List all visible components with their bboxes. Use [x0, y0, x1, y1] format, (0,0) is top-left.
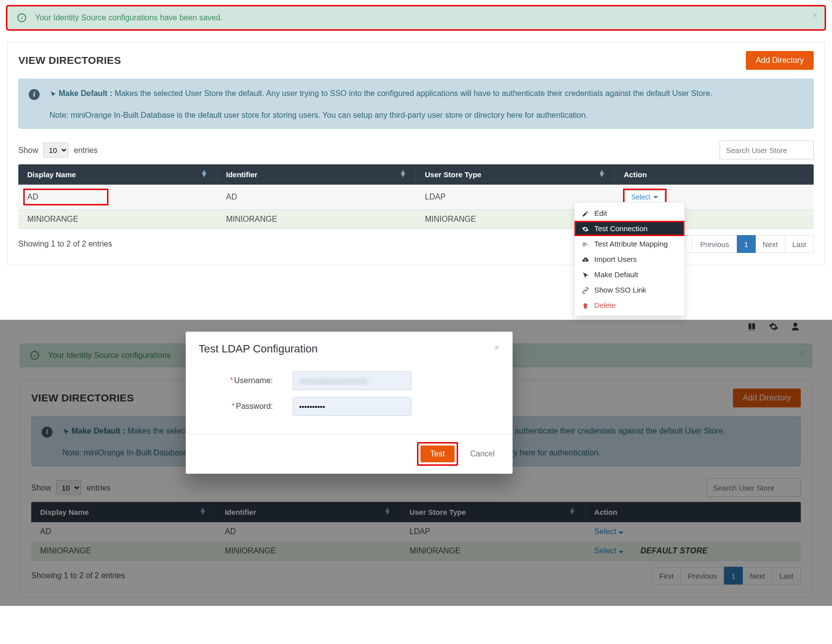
dd-import[interactable]: Import Users — [574, 251, 684, 267]
success-banner: ✓ Your Identity Source configurations ha… — [7, 6, 825, 30]
showing-text: Showing 1 to 2 of 2 entries — [18, 240, 112, 248]
dd-label: Import Users — [594, 255, 637, 263]
bottom-screenshot: ✓ Your Identity Source configurations × … — [0, 320, 832, 606]
search-input[interactable] — [720, 141, 814, 159]
action-dropdown: Edit Test Connection Test Attribute Mapp… — [574, 202, 685, 316]
add-directory-button[interactable]: Add Directory — [746, 51, 814, 70]
dd-make-default[interactable]: Make Default — [574, 267, 684, 282]
entries-control: Show 10 entries — [18, 143, 98, 157]
select-label: Select — [631, 193, 651, 201]
col-name[interactable]: Display Name — [27, 170, 76, 179]
info-box: i Make Default : Makes the selected User… — [18, 79, 814, 129]
test-button[interactable]: Test — [420, 446, 455, 462]
sliders-icon — [581, 240, 589, 248]
row-identifier: AD — [217, 185, 416, 210]
gears-icon — [581, 225, 589, 233]
dd-label: Make Default — [594, 270, 638, 279]
dd-label: Delete — [594, 301, 616, 309]
close-icon[interactable]: × — [494, 343, 500, 352]
row-identifier: MINIORANGE — [217, 210, 416, 229]
sort-icon: ▲▼ — [399, 170, 407, 176]
dd-delete[interactable]: Delete — [574, 297, 684, 313]
info-icon: i — [29, 89, 40, 100]
modal-title: Test LDAP Configuration — [199, 343, 318, 355]
banner-text: Your Identity Source configurations have… — [35, 13, 222, 22]
row-name: MINIORANGE — [18, 210, 217, 229]
test-ldap-modal: Test LDAP Configuration × *Username: *Pa… — [186, 332, 513, 474]
password-input[interactable] — [293, 397, 412, 416]
dd-label: Test Connection — [594, 224, 648, 233]
check-icon: ✓ — [17, 13, 26, 22]
cloud-upload-icon — [581, 255, 589, 263]
username-input[interactable] — [293, 371, 412, 390]
pager-prev[interactable]: Previous — [692, 235, 737, 253]
col-identifier[interactable]: Identifier — [226, 170, 258, 179]
info-lead: Make Default : — [58, 89, 114, 98]
top-screenshot: ✓ Your Identity Source configurations ha… — [0, 0, 832, 285]
trash-icon — [581, 301, 589, 309]
pager-next[interactable]: Next — [756, 235, 785, 253]
info-note: Note: miniOrange In-Built Database is th… — [50, 109, 712, 122]
info-body: Makes the selected User Store the defaul… — [114, 89, 712, 98]
edit-icon — [581, 209, 589, 217]
page-title: VIEW DIRECTORIES — [18, 54, 121, 66]
entries-suffix: entries — [74, 146, 98, 154]
col-action: Action — [624, 170, 647, 179]
username-label: Username: — [234, 376, 273, 385]
entries-select[interactable]: 10 — [43, 143, 68, 157]
dd-label: Show SSO Link — [594, 286, 646, 294]
cancel-button[interactable]: Cancel — [462, 442, 503, 466]
pointer-icon — [50, 91, 56, 98]
dd-edit[interactable]: Edit — [574, 205, 684, 221]
directories-card: VIEW DIRECTORIES Add Directory i Make De… — [7, 42, 825, 265]
col-type[interactable]: User Store Type — [425, 170, 481, 179]
sort-icon: ▲▼ — [201, 170, 208, 176]
close-icon[interactable]: × — [812, 10, 818, 21]
pager: First Previous 1 Next Last — [663, 235, 814, 253]
table-row: AD AD LDAP Select — [18, 185, 814, 210]
entries-show-label: Show — [18, 146, 38, 154]
pager-last[interactable]: Last — [785, 235, 814, 253]
sort-icon: ▲▼ — [598, 170, 606, 176]
row-name: AD — [24, 190, 107, 204]
dd-test-connection[interactable]: Test Connection — [574, 221, 684, 236]
table-zone: Display Name ▲▼ Identifier ▲▼ User Store… — [7, 164, 825, 229]
chevron-down-icon — [653, 196, 658, 198]
pointer-icon — [581, 271, 589, 279]
table-row: MINIORANGE MINIORANGE MINIORANGE — [18, 210, 814, 229]
password-label: Password: — [236, 402, 273, 410]
pager-page[interactable]: 1 — [737, 235, 755, 253]
link-icon — [581, 286, 589, 294]
directories-table: Display Name ▲▼ Identifier ▲▼ User Store… — [18, 164, 814, 229]
dd-label: Test Attribute Mapping — [594, 240, 668, 248]
dd-label: Edit — [594, 209, 607, 217]
dd-test-attr[interactable]: Test Attribute Mapping — [574, 236, 684, 251]
dd-show-sso[interactable]: Show SSO Link — [574, 282, 684, 297]
